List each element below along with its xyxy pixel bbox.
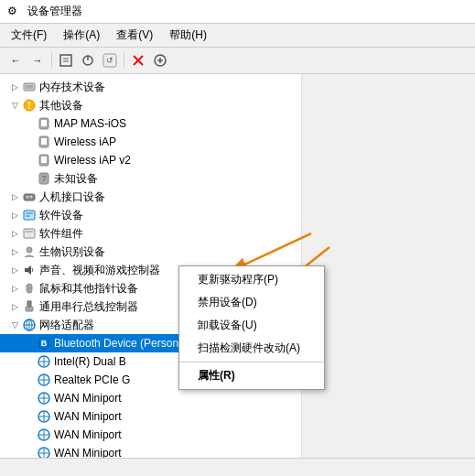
ctx-update-driver[interactable]: 更新驱动程序(P)	[179, 268, 324, 291]
wan1-icon	[37, 391, 51, 406]
mouse-icon	[22, 281, 37, 296]
tree-item-wan2[interactable]: WAN Miniport	[0, 407, 301, 426]
wan3-icon	[37, 427, 51, 442]
toolbar-forward[interactable]: →	[27, 50, 48, 70]
software-label: 软件设备	[39, 207, 301, 223]
svg-rect-0	[60, 55, 71, 66]
toolbar-sep1	[51, 52, 52, 69]
toolbar-properties[interactable]	[56, 50, 76, 70]
tree-item-other[interactable]: ▽ ! 其他设备	[0, 96, 301, 114]
mem-label: 内存技术设备	[39, 79, 301, 95]
wan3-label: WAN Miniport	[54, 427, 301, 443]
toolbar-add[interactable]	[150, 50, 170, 70]
tree-item-wiap[interactable]: Wireless iAP	[0, 133, 301, 151]
wan2-label: WAN Miniport	[54, 408, 301, 425]
tree-item-software[interactable]: ▷ 软件设备	[0, 206, 301, 224]
expand-wan3	[22, 427, 37, 442]
toolbar-delete[interactable]	[128, 50, 148, 70]
menu-action[interactable]: 操作(A)	[56, 26, 107, 45]
expand-wiap2	[22, 153, 37, 168]
ctx-properties[interactable]: 属性(R)	[179, 364, 324, 387]
wiap-icon	[37, 135, 51, 149]
tree-item-unknown[interactable]: ? 未知设备	[0, 169, 301, 188]
menu-bar: 文件(F) 操作(A) 查看(V) 帮助(H)	[0, 24, 475, 48]
toolbar: ← → ↺	[0, 48, 475, 74]
expand-bluetooth	[22, 336, 37, 351]
expand-wiap	[22, 135, 37, 149]
tree-item-wan1[interactable]: WAN Miniport	[0, 389, 301, 407]
svg-text:?: ?	[41, 174, 46, 183]
expand-mem[interactable]: ▷	[7, 80, 22, 94]
expand-other[interactable]: ▽	[7, 98, 22, 113]
intel-icon	[37, 354, 51, 369]
svg-rect-27	[24, 211, 35, 220]
bio-icon	[22, 244, 37, 259]
menu-help[interactable]: 帮助(H)	[162, 26, 214, 45]
hid-label: 人机接口设备	[39, 189, 301, 205]
wiap-label: Wireless iAP	[54, 134, 301, 150]
expand-wan2	[22, 409, 37, 424]
toolbar-update[interactable]: ↺	[100, 50, 120, 70]
expand-sound[interactable]: ▷	[7, 263, 22, 277]
svg-text:B: B	[41, 339, 48, 348]
context-menu: 更新驱动程序(P) 禁用设备(D) 卸载设备(U) 扫描检测硬件改动(A) 属性…	[178, 265, 325, 390]
serial-icon	[22, 299, 37, 314]
svg-rect-19	[41, 138, 47, 145]
expand-wan1	[22, 391, 37, 406]
expand-software[interactable]: ▷	[7, 208, 22, 222]
mem-icon	[22, 80, 37, 94]
svg-rect-24	[24, 194, 35, 200]
svg-rect-36	[27, 301, 31, 307]
expand-softcomp[interactable]: ▷	[7, 226, 22, 241]
ctx-disable-device[interactable]: 禁用设备(D)	[179, 291, 324, 314]
ctx-separator	[179, 362, 324, 362]
wan2-icon	[37, 409, 51, 424]
tree-item-wan3[interactable]: WAN Miniport	[0, 426, 301, 444]
svg-text:!: !	[27, 101, 30, 111]
app-icon: ⚙	[7, 5, 22, 19]
bluetooth-icon: B	[37, 336, 51, 351]
bio-label: 生物识别设备	[39, 243, 301, 260]
expand-hid[interactable]: ▷	[7, 189, 22, 204]
tree-item-hid[interactable]: ▷ 人机接口设备	[0, 188, 301, 206]
expand-realtek	[22, 373, 37, 387]
other-label: 其他设备	[39, 97, 301, 114]
tree-item-bio[interactable]: ▷ 生物识别设备	[0, 243, 301, 261]
title-bar: ⚙ 设备管理器	[0, 0, 475, 24]
svg-rect-17	[41, 120, 47, 126]
tree-item-map[interactable]: MAP MAS-iOS	[0, 114, 301, 133]
toolbar-sep2	[124, 52, 124, 69]
tree-item-wiap2[interactable]: Wireless iAP v2	[0, 151, 301, 169]
softcomp-label: 软件组件	[39, 225, 301, 242]
expand-serial[interactable]: ▷	[7, 299, 22, 314]
svg-point-25	[27, 196, 29, 199]
svg-point-26	[30, 196, 33, 199]
net-icon	[22, 318, 37, 332]
map-label: MAP MAS-iOS	[54, 115, 301, 132]
unknown-label: 未知设备	[54, 170, 301, 187]
expand-mouse[interactable]: ▷	[7, 281, 22, 296]
map-icon	[37, 116, 51, 131]
svg-marker-33	[25, 265, 31, 275]
window-title: 设备管理器	[27, 4, 82, 19]
status-bar	[0, 458, 475, 476]
softcomp-icon	[22, 226, 37, 241]
toolbar-scan[interactable]	[78, 50, 98, 70]
svg-rect-13	[26, 85, 33, 89]
expand-net[interactable]: ▽	[7, 318, 22, 332]
menu-file[interactable]: 文件(F)	[4, 26, 54, 45]
tree-item-softcomp[interactable]: ▷ 软件组件	[0, 224, 301, 243]
toolbar-back[interactable]: ←	[5, 50, 26, 70]
wiap2-label: Wireless iAP v2	[54, 152, 301, 168]
ctx-uninstall-device[interactable]: 卸载设备(U)	[179, 314, 324, 337]
expand-map	[22, 116, 37, 131]
hid-icon	[22, 189, 37, 204]
realtek-icon	[37, 373, 51, 387]
svg-text:↺: ↺	[106, 56, 113, 65]
expand-bio[interactable]: ▷	[7, 244, 22, 259]
ctx-scan-hardware[interactable]: 扫描检测硬件改动(A)	[179, 337, 324, 360]
wan1-label: WAN Miniport	[54, 390, 301, 406]
svg-rect-30	[24, 229, 35, 238]
tree-item-mem[interactable]: ▷ 内存技术设备	[0, 78, 301, 96]
menu-view[interactable]: 查看(V)	[109, 26, 160, 45]
